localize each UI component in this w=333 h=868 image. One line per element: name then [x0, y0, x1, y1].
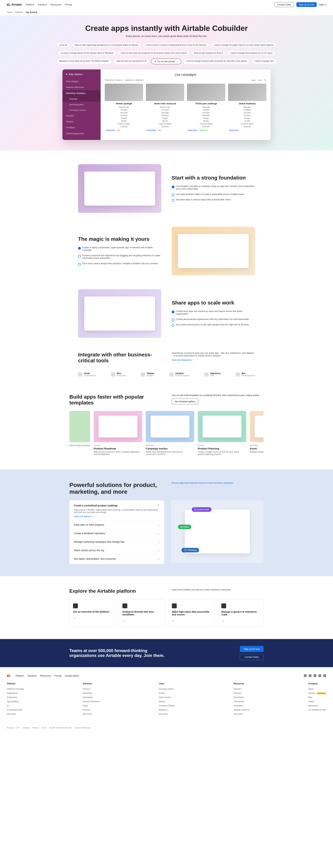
footer-link[interactable]: See more [83, 712, 100, 716]
feature-bullet[interactable]: Create personalized experiences with key… [172, 316, 255, 322]
cta-contact-button[interactable]: Contact Sales [240, 654, 264, 660]
prompt-chip[interactable]: Help me track parts and production for t… [118, 51, 189, 55]
filter-channels[interactable]: Channels ▾ Shoes ▾ [105, 79, 123, 81]
footer-link[interactable]: Product [83, 687, 100, 691]
sidebar-item[interactable]: Feedback [62, 125, 101, 130]
integration-item[interactable]: MiroProductivity [111, 372, 126, 376]
accordion-item[interactable]: See dates, deliverables, and resources⌄ [70, 555, 163, 563]
feature-bullet[interactable]: Control how apps are shared by users and… [172, 309, 255, 316]
linkedin-icon[interactable] [309, 674, 311, 677]
footer-link[interactable]: Try Airtable for free [308, 708, 326, 712]
footer-logo-icon[interactable] [7, 674, 10, 677]
footer-link[interactable]: App Building [7, 700, 24, 704]
footer-legal-link[interactable]: Sitemap [22, 727, 29, 729]
accordion-link[interactable]: Watch the webinar → [74, 515, 160, 518]
sidebar-sub-item[interactable]: Marketing gallery [62, 102, 101, 107]
see-templates-button[interactable]: See template gallery [172, 399, 198, 404]
twitter-icon[interactable] [313, 674, 317, 677]
feature-bullet[interactable]: Create a highly customized, hyper-specif… [78, 245, 161, 253]
campaign-card[interactable]: TikTok park challenge Start date6/4/2024… [187, 84, 225, 132]
explore-card[interactable]: Manage & govern at enterprise scale→ [218, 599, 264, 627]
logo[interactable]: Airtable [7, 3, 22, 6]
footer-link[interactable]: Integrations [7, 691, 24, 695]
explore-card[interactable]: Make high-value data accessible and secu… [168, 599, 214, 627]
prompt-chip[interactable]: Help me plan locations for Dune 3 [192, 51, 226, 55]
nav-pricing[interactable]: Pricing [65, 3, 72, 6]
accordion-item[interactable]: Manage marketing campaigns that change f… [70, 538, 163, 546]
nav-resources[interactable]: Resources [51, 3, 61, 6]
integration-item[interactable]: ZendeskCustomer Support [169, 372, 189, 376]
footer-link[interactable]: Status [308, 700, 326, 704]
campaign-card[interactable]: Street skills showcase Planned sale7/31/… [146, 84, 184, 132]
footer-link[interactable]: About [308, 687, 326, 691]
filter-audience[interactable]: Audience ▾ Athletes ▾ [125, 79, 144, 81]
feature-bullet[interactable]: Further customize the experience by drag… [78, 253, 161, 261]
footer-link[interactable]: Platform Overview [7, 687, 24, 691]
footer-legal-link[interactable]: API [16, 727, 20, 729]
prompt-chip[interactable]: I need to manage localized video product… [183, 59, 249, 64]
footer-link[interactable]: Services [234, 691, 249, 695]
feature-bullet[interactable]: Don't worry about design best practices,… [78, 261, 161, 266]
footer-link[interactable]: Partners [234, 687, 249, 691]
signup-button[interactable]: Sign up for free [296, 2, 317, 7]
footer-link[interactable]: Templates [234, 704, 249, 708]
explore-card[interactable]: Get an overview of the platform→ [69, 599, 115, 627]
accordion-item[interactable]: Keep tabs on OKR progress⌄ [70, 521, 163, 529]
footer-link[interactable]: Marketing [83, 691, 100, 695]
integration-item[interactable]: SalesforceCRM [204, 372, 221, 376]
sidebar-item[interactable]: Social engagement [62, 130, 101, 136]
feature-bullet[interactable]: Link data between tables to make it acti… [172, 191, 255, 197]
prompt-chip[interactable]: I want to manage beta programs for our I… [228, 51, 275, 55]
sidebar-item-active[interactable]: Marketing campaigns [62, 90, 101, 96]
footer-nav-item[interactable]: Resources [40, 675, 51, 677]
feature-bullet[interactable]: Set custom permissions so the right peop… [172, 322, 255, 327]
footer-link[interactable]: Learning Center [159, 687, 175, 691]
prompt-chip[interactable]: Help me track our investments in AI [114, 59, 149, 64]
integration-item[interactable]: TableauAnalytics [141, 372, 154, 376]
prompt-chip[interactable]: I need to manage the supply chain for ou… [211, 43, 276, 47]
crumb-platform[interactable]: Platform [15, 11, 23, 13]
prompt-chip[interactable]: illaborate on fresh ideas for my book "T… [57, 59, 112, 64]
footer-link[interactable]: Video Center [159, 695, 175, 700]
cta-signup-button[interactable]: Sign up for free [240, 646, 264, 652]
footer-legal-link[interactable]: Privacy [32, 727, 38, 729]
sidebar-item[interactable]: Shoe designs [62, 79, 101, 84]
filter-button[interactable]: Filter [251, 79, 256, 81]
footer-link[interactable]: Finance [83, 708, 100, 712]
sidebar-item[interactable]: Release milestones [62, 84, 101, 90]
footer-link[interactable]: Connected Data [7, 708, 24, 712]
footer-link[interactable]: Demos [159, 700, 175, 704]
footer-nav-item[interactable]: Pricing [55, 675, 61, 677]
campaign-card[interactable]: Global skateboar Start date7/29/2024End … [228, 84, 266, 132]
search-icon[interactable]: 🔍 [264, 79, 266, 81]
feature-bullet[interactable]: Visualize data in various ways with cust… [172, 197, 255, 202]
template-card[interactable]: Marketing Campaign tracker Easily track … [146, 411, 194, 456]
template-card[interactable]: Product Product Planning Create a single… [198, 411, 246, 456]
sidebar-item[interactable]: Athletes [62, 119, 101, 125]
footer-link[interactable]: AI [7, 704, 24, 708]
accordion-item[interactable]: Share assets across the org⌄ [70, 546, 163, 555]
footer-link[interactable]: Customer Stories [159, 704, 175, 708]
footer-link[interactable]: Operations [83, 695, 100, 700]
footer-link[interactable]: See more [7, 712, 24, 716]
footer-nav-item[interactable]: Contact Sales [65, 675, 79, 677]
instagram-icon[interactable] [319, 674, 321, 677]
footer-legal-link[interactable]: Security [7, 727, 14, 729]
explore-card[interactable]: Embed AI directly into your workflows→ [119, 599, 165, 627]
nav-platform[interactable]: Platform [26, 3, 34, 6]
template-card[interactable]: Product Product Roadmap Map out your pro… [94, 411, 142, 456]
footer-link[interactable]: Webinars [159, 708, 175, 712]
try-prompt-button[interactable]: ✦ Try my own prompt → [151, 59, 181, 64]
prompt-chip[interactable]: I need to launch a women's skateboarding… [143, 43, 209, 47]
footer-legal-link[interactable]: Terms [41, 727, 46, 729]
footer-link[interactable]: Events [159, 691, 175, 695]
footer-link[interactable]: Developers [234, 695, 249, 700]
footer-legal-link[interactable]: Cookie Preferences [74, 727, 91, 729]
footer-nav-item[interactable]: Platform [15, 675, 24, 677]
signin-link[interactable]: Sign in [319, 3, 326, 6]
prompt-chip[interactable]: to the UK [57, 43, 70, 47]
prompt-chip[interactable]: d a news coverage planner for the Olympi… [58, 51, 116, 55]
sidebar-sub-item[interactable]: Campaigns timeline [62, 107, 101, 113]
footer-nav-item[interactable]: Solutions [27, 675, 37, 677]
template-card[interactable]: Marketing Asset Manage campaig [250, 411, 264, 456]
